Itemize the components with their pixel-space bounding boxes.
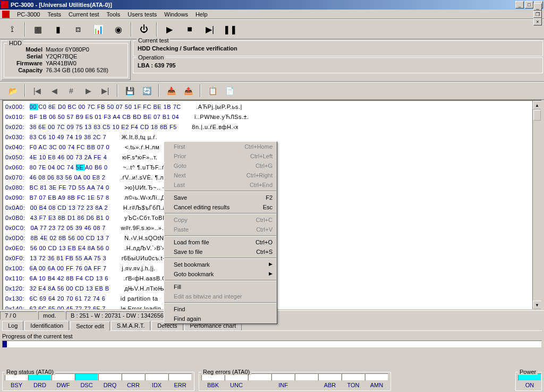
- reg-cell-: [248, 373, 271, 388]
- hdd-firmware: YAR41BW0: [46, 60, 76, 66]
- tab-identification[interactable]: Identification: [24, 321, 69, 330]
- current-test-text: HDD Checking / Surface verification: [138, 43, 538, 54]
- tb-reload-icon[interactable]: 🔄: [139, 84, 154, 98]
- menu-current-test[interactable]: Current test: [65, 10, 102, 19]
- menu-help[interactable]: Help: [192, 10, 211, 19]
- ctx-goto[interactable]: GotoCtrl+G: [164, 161, 277, 171]
- tb-savefile-icon[interactable]: 📤: [181, 84, 196, 98]
- mdi-close[interactable]: ×: [533, 18, 542, 25]
- reg-cell-inf: INF: [271, 373, 295, 388]
- reg-cell-dsc: DSC: [75, 373, 98, 388]
- tb-goto-icon[interactable]: #: [64, 84, 79, 98]
- tb-open-icon[interactable]: 📂: [5, 84, 20, 98]
- ctx-first[interactable]: FirstCtrl+Home: [164, 142, 277, 151]
- hdd-model: Maxtor 6Y080P0: [46, 46, 89, 53]
- ctx-paste[interactable]: PasteCtrl+V: [164, 225, 277, 234]
- tool-chip2-icon[interactable]: ▮: [49, 21, 67, 37]
- window-title: PC-3000 - [Universal Utilities(ATA-0)]: [11, 2, 515, 8]
- tb-next-icon[interactable]: ▶: [81, 84, 96, 98]
- play-button[interactable]: ▶: [160, 21, 178, 37]
- tb-first-icon[interactable]: |◀: [30, 84, 45, 98]
- tab-smart[interactable]: S.M.A.R.T.: [111, 321, 151, 330]
- ctx-save-file[interactable]: Save to fileCtrl+S: [164, 247, 277, 257]
- reg-cell-drq: DRQ: [98, 373, 122, 388]
- menu-users-tests[interactable]: Users tests: [124, 10, 160, 19]
- tool-stack-icon[interactable]: ⧈: [69, 21, 87, 37]
- hdd-serial: Y2QR7BQE: [46, 53, 77, 59]
- reg-errors-panel: Reg errors (ATA0) BBKUNCINFABRTONAMN: [199, 372, 391, 391]
- menu-windows[interactable]: Windows: [161, 10, 191, 19]
- ctx-prior[interactable]: PriorCtrl+Left: [164, 151, 277, 161]
- reg-cell-drd: DRD: [28, 373, 52, 388]
- tool-connector-icon[interactable]: ⟟: [3, 21, 21, 37]
- reg-cell-unc: UNC: [225, 373, 248, 388]
- operation-text: LBA : 639 795: [138, 60, 538, 71]
- tool-power-icon[interactable]: ⏻: [135, 21, 153, 37]
- operation-panel: Operation LBA : 639 795: [133, 57, 543, 73]
- ctx-save[interactable]: SaveF2: [164, 193, 277, 202]
- ctx-cancel[interactable]: Cancel editing resultsEsc: [164, 202, 277, 212]
- menu-pc3000[interactable]: PC-3000: [14, 10, 43, 19]
- ctx-set-bookmark[interactable]: Set bookmark▶: [164, 260, 277, 269]
- status-pos: 7 / 0: [0, 311, 37, 320]
- reg-cell-bbk: BBK: [201, 373, 225, 388]
- context-menu: FirstCtrl+Home PriorCtrl+Left GotoCtrl+G…: [164, 141, 277, 324]
- menu-tools[interactable]: Tools: [104, 10, 124, 19]
- tb-prev-icon[interactable]: ◀: [47, 84, 62, 98]
- progress-bar: [2, 340, 542, 348]
- titlebar: PC-3000 - [Universal Utilities(ATA-0)] _…: [0, 0, 544, 10]
- scrollbar-vertical[interactable]: ▲ ▼: [532, 101, 541, 309]
- progress-label: Progress of the current test: [2, 333, 542, 339]
- maximize-button[interactable]: □: [525, 1, 533, 8]
- stop-button[interactable]: ■: [181, 21, 199, 37]
- tb-copy-icon[interactable]: 📋: [205, 84, 220, 98]
- next-button[interactable]: ▶|: [201, 21, 219, 37]
- reg-cell-ton: TON: [342, 373, 365, 388]
- scroll-thumb[interactable]: [533, 110, 541, 121]
- mdi-restore[interactable]: ❐: [533, 11, 542, 18]
- ctx-fill[interactable]: Fill: [164, 282, 277, 292]
- ctx-find-again[interactable]: Find again: [164, 314, 277, 323]
- reg-cell-abr: ABR: [318, 373, 342, 388]
- tab-log[interactable]: Log: [2, 321, 23, 330]
- pause-button[interactable]: ❚❚: [221, 21, 239, 37]
- hdd-fieldset: HDD ModelMaxtor 6Y080P0 SerialY2QR7BQE F…: [4, 43, 128, 78]
- tool-chip1-icon[interactable]: ▦: [29, 21, 47, 37]
- menubar: PC-3000 Tests Current test Tools Users t…: [0, 10, 544, 19]
- mdi-minimize[interactable]: _: [533, 3, 542, 11]
- ctx-next[interactable]: NextCtrl+Right: [164, 171, 277, 180]
- tool-chart-icon[interactable]: 📊: [89, 21, 107, 37]
- hdd-capacity: 76.34 GB (160 086 528): [46, 67, 108, 73]
- reg-status-panel: Reg status (ATA0) BSYDRDDWFDSCDRQCRRIDXE…: [2, 372, 194, 391]
- ctx-bitint[interactable]: Edit as bitwize and integer: [164, 292, 277, 301]
- reg-cell-: [295, 373, 318, 388]
- tb-paste-icon[interactable]: 📄: [222, 84, 237, 98]
- status-mod: mod.: [38, 311, 65, 320]
- ctx-load-file[interactable]: Load from fileCtrl+O: [164, 237, 277, 247]
- reg-cell-amn: AMN: [365, 373, 388, 388]
- scroll-up-icon[interactable]: ▲: [533, 101, 541, 109]
- reg-cell-crr: CRR: [122, 373, 145, 388]
- current-test-panel: Current test HDD Checking / Surface veri…: [133, 40, 543, 56]
- reg-cell-bsy: BSY: [5, 373, 28, 388]
- main-toolbar: ⟟ ▦ ▮ ⧈ 📊 ◉ ⏻ ▶ ■ ▶| ❚❚: [0, 19, 544, 39]
- tab-sector-edit[interactable]: Sector edit: [70, 321, 110, 331]
- app-icon: [1, 1, 8, 8]
- ctx-last[interactable]: LastCtrl+End: [164, 180, 277, 190]
- ctx-goto-bookmark[interactable]: Goto bookmark▶: [164, 269, 277, 279]
- scroll-down-icon[interactable]: ▼: [533, 301, 541, 309]
- minimize-button[interactable]: _: [515, 1, 524, 8]
- tb-save-icon[interactable]: 💾: [122, 84, 137, 98]
- app-icon-small: [2, 11, 10, 18]
- power-panel: Power ON: [515, 372, 542, 391]
- reg-cell-err: ERR: [168, 373, 192, 388]
- reg-cell-idx: IDX: [145, 373, 168, 388]
- tb-loadfile-icon[interactable]: 📥: [164, 84, 178, 98]
- tb-last-icon[interactable]: ▶|: [98, 84, 113, 98]
- ctx-copy[interactable]: CopyCtrl+C: [164, 215, 277, 225]
- tool-platter-icon[interactable]: ◉: [109, 21, 128, 37]
- editor-toolbar: 📂 |◀ ◀ # ▶ ▶| 💾 🔄 📥 📤 📋 📄: [0, 82, 544, 100]
- ctx-find[interactable]: Find: [164, 304, 277, 314]
- menu-tests[interactable]: Tests: [44, 10, 64, 19]
- reg-cell-dwf: DWF: [52, 373, 75, 388]
